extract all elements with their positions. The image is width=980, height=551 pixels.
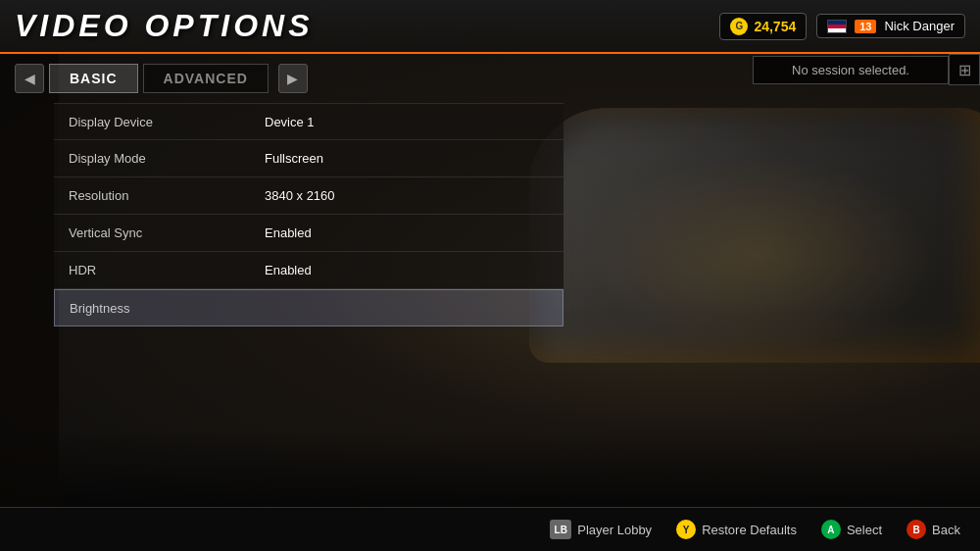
currency-amount: 24,754 xyxy=(754,19,796,34)
tab-advanced[interactable]: ADVANCED xyxy=(143,64,269,93)
left-overlay xyxy=(0,54,59,507)
car-glow xyxy=(588,157,931,353)
bottom-action[interactable]: LBPlayer Lobby xyxy=(550,520,652,539)
page-title: VIDEO OPTIONS xyxy=(15,8,313,44)
bottom-bar: LBPlayer LobbyYRestore DefaultsASelectBB… xyxy=(0,507,980,551)
bottom-action[interactable]: YRestore Defaults xyxy=(676,520,797,539)
setting-value: Fullscreen xyxy=(265,151,323,166)
setting-value: Enabled xyxy=(265,225,312,240)
player-level: 13 xyxy=(855,20,876,33)
header: VIDEO OPTIONS G 24,754 13 Nick Danger xyxy=(0,0,980,54)
action-button-icon: Y xyxy=(676,520,696,539)
settings-row[interactable]: Display ModeFullscreen xyxy=(54,140,564,177)
action-label: Player Lobby xyxy=(577,523,652,537)
tab-basic[interactable]: BASIC xyxy=(49,64,138,93)
currency-icon: G xyxy=(730,18,748,35)
settings-list: Display DeviceDevice 1Display ModeFullsc… xyxy=(54,103,564,326)
session-area: No session selected. ⊞ xyxy=(753,54,980,85)
bottom-action[interactable]: ASelect xyxy=(821,520,882,539)
player-info: 13 Nick Danger xyxy=(816,14,965,38)
setting-value: Device 1 xyxy=(265,115,315,129)
settings-row[interactable]: Resolution3840 x 2160 xyxy=(54,177,564,215)
setting-label: HDR xyxy=(69,263,265,277)
action-label: Back xyxy=(932,523,960,537)
setting-label: Brightness xyxy=(70,301,266,316)
setting-value: 3840 x 2160 xyxy=(265,188,335,203)
player-flag xyxy=(827,20,847,33)
action-label: Select xyxy=(847,523,882,537)
setting-label: Display Mode xyxy=(69,151,265,166)
setting-label: Display Device xyxy=(69,115,265,129)
header-right: G 24,754 13 Nick Danger xyxy=(719,13,965,40)
session-icon[interactable]: ⊞ xyxy=(949,54,980,85)
bottom-action[interactable]: BBack xyxy=(906,520,960,539)
player-name: Nick Danger xyxy=(884,19,955,33)
setting-label: Resolution xyxy=(69,188,265,203)
action-button-icon: LB xyxy=(550,520,571,539)
tabs-area: ◀ BASIC ADVANCED ▶ xyxy=(0,54,322,93)
session-status: No session selected. xyxy=(753,56,949,84)
action-button-icon: A xyxy=(821,520,841,539)
setting-label: Vertical Sync xyxy=(69,225,265,240)
tab-left-icon[interactable]: ◀ xyxy=(15,64,44,93)
settings-row[interactable]: Vertical SyncEnabled xyxy=(54,215,564,252)
action-button-icon: B xyxy=(906,520,926,539)
setting-value: Enabled xyxy=(265,263,312,277)
action-label: Restore Defaults xyxy=(702,523,797,537)
tab-right-icon[interactable]: ▶ xyxy=(278,64,308,93)
settings-row[interactable]: Display DeviceDevice 1 xyxy=(54,103,564,140)
settings-row[interactable]: Brightness xyxy=(54,289,564,326)
settings-row[interactable]: HDREnabled xyxy=(54,252,564,289)
currency-badge: G 24,754 xyxy=(719,13,807,40)
ground-overlay xyxy=(0,428,980,507)
